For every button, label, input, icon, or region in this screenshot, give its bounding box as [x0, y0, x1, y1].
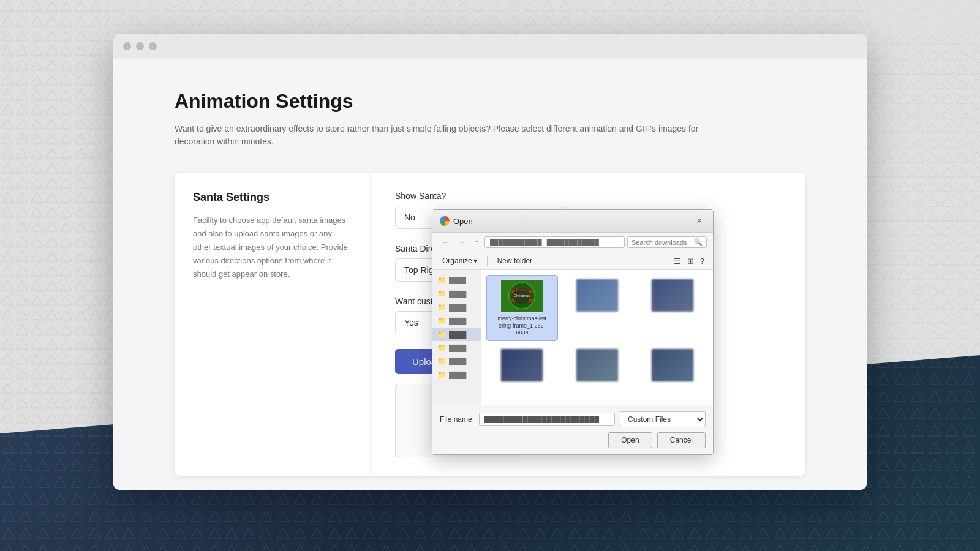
file-thumbnail-2: [651, 279, 694, 312]
dialog-sidebar: 📁 ████ 📁 ████ 📁 ████ 📁: [432, 270, 481, 405]
sidebar-folder-7[interactable]: 📁 ████: [432, 354, 481, 368]
dialog-secondary-toolbar: Organize ▾ New folder ☰ ⊞ ?: [432, 252, 713, 270]
folder-label-3: ████: [449, 304, 466, 311]
folder-icon-2: 📁: [437, 290, 447, 298]
top-triangles: [110, 0, 870, 34]
file-thumbnail-christmas: Merry Christmas: [500, 279, 543, 313]
dialog-path-bar[interactable]: ████████████ ████████████: [484, 236, 625, 248]
file-item-2[interactable]: [636, 275, 708, 341]
dialog-file-area: Merry Christmas merry-christmas-letterin…: [481, 270, 713, 405]
file-item-4[interactable]: [562, 345, 633, 388]
folder-icon-1: 📁: [437, 276, 447, 285]
section-description: Facility to choose app default santa ima…: [193, 214, 352, 281]
sidebar-folder-2[interactable]: 📁 ████: [432, 287, 481, 301]
file-item-5[interactable]: [636, 345, 708, 388]
dialog-nav-toolbar: ← → ↑ ████████████ ████████████ 🔍: [432, 233, 713, 252]
browser-titlebar: [113, 34, 867, 59]
search-input[interactable]: [631, 239, 692, 246]
folder-icon-4: 📁: [437, 317, 447, 325]
dialog-close-button[interactable]: ×: [693, 215, 706, 227]
folder-icon-3: 📁: [437, 303, 447, 312]
view-list-button[interactable]: ☰: [671, 255, 684, 267]
view-buttons: ☰ ⊞ ?: [671, 255, 707, 267]
chrome-icon: [440, 216, 450, 226]
new-folder-label: New folder: [497, 257, 532, 265]
folder-icon-8: 📁: [437, 370, 447, 379]
svg-point-17: [529, 299, 533, 302]
folder-label-4: ████: [449, 318, 466, 324]
dialog-titlebar: Open ×: [432, 210, 713, 233]
filename-label: File name:: [440, 415, 474, 424]
file-name-christmas: merry-christmas-lettering-frame_1 262-68…: [497, 315, 546, 337]
folder-label-6: ████: [449, 345, 466, 351]
sidebar-folder-6[interactable]: 📁 ████: [432, 341, 481, 354]
organize-label: Organize: [442, 257, 472, 265]
dialog-open-button[interactable]: Open: [608, 432, 652, 448]
sidebar-folder-5[interactable]: 📁 ████: [432, 328, 481, 341]
sidebar-folder-1[interactable]: 📁 ████: [432, 274, 481, 287]
dialog-body: 📁 ████ 📁 ████ 📁 ████ 📁: [432, 270, 713, 405]
organize-arrow: ▾: [473, 257, 477, 265]
svg-point-16: [511, 299, 515, 302]
file-thumbnail-5: [651, 348, 694, 382]
folder-label-1: ████: [449, 277, 466, 284]
dialog-cancel-button[interactable]: Cancel: [657, 432, 706, 448]
section-title: Santa Settings: [193, 191, 352, 204]
dialog-up-button[interactable]: ↑: [472, 236, 482, 248]
svg-text:Christmas: Christmas: [514, 294, 530, 298]
file-thumbnail-4: [576, 348, 619, 382]
folder-label-5: ████: [449, 331, 466, 338]
sidebar-folder-4[interactable]: 📁 ████: [432, 314, 481, 328]
sidebar-folder-3[interactable]: 📁 ████: [432, 301, 481, 314]
sidebar-folder-8[interactable]: 📁 ████: [432, 368, 481, 381]
dialog-back-button[interactable]: ←: [439, 236, 453, 248]
folder-label-7: ████: [449, 358, 466, 365]
organize-button[interactable]: Organize ▾: [439, 255, 481, 267]
svg-point-15: [529, 290, 533, 293]
folder-icon-5: 📁: [437, 330, 447, 339]
svg-point-14: [511, 290, 515, 293]
folder-label-8: ████: [449, 372, 466, 378]
traffic-light-maximize[interactable]: [149, 42, 157, 50]
folder-icon-6: 📁: [437, 343, 447, 352]
folder-label-2: ████: [449, 291, 466, 298]
file-thumbnail-3: [500, 348, 543, 382]
browser-window: Animation Settings Want to give an extra…: [113, 34, 867, 490]
svg-text:Merry: Merry: [516, 288, 528, 293]
dialog-forward-button[interactable]: →: [455, 236, 469, 248]
svg-rect-4: [110, 0, 870, 34]
new-folder-button[interactable]: New folder: [494, 255, 536, 267]
folder-icon-7: 📁: [437, 357, 447, 365]
show-santa-label: Show Santa?: [395, 191, 781, 201]
dialog-search-bar: 🔍: [627, 236, 707, 248]
filename-input[interactable]: [479, 413, 615, 426]
file-open-dialog: Open × ← → ↑ ████████████ ████████████ 🔍: [432, 209, 714, 455]
traffic-light-minimize[interactable]: [136, 42, 144, 50]
browser-content: Animation Settings Want to give an extra…: [113, 59, 867, 490]
dialog-title-text: Open: [453, 217, 473, 226]
toolbar-divider: [487, 256, 488, 266]
file-item-christmas[interactable]: Merry Christmas merry-christmas-letterin…: [486, 275, 558, 341]
page-title: Animation Settings: [175, 90, 805, 113]
file-thumbnail-1: [576, 279, 619, 312]
view-help-button[interactable]: ?: [698, 255, 707, 267]
path-text: ████████████ ████████████: [490, 239, 620, 246]
search-icon: 🔍: [694, 238, 703, 246]
filetype-select[interactable]: Custom Files All Files: [620, 411, 706, 427]
footer-buttons: Open Cancel: [440, 432, 706, 448]
footer-filename-row: File name: Custom Files All Files: [440, 411, 706, 427]
dialog-title: Open: [440, 216, 473, 226]
settings-left-panel: Santa Settings Facility to choose app de…: [175, 173, 371, 476]
settings-card: Santa Settings Facility to choose app de…: [175, 173, 805, 476]
page-subtitle: Want to give an extraordinary effects to…: [175, 122, 726, 148]
traffic-light-close[interactable]: [123, 42, 131, 50]
traffic-lights: [123, 42, 157, 50]
file-item-3[interactable]: [486, 345, 558, 388]
view-grid-button[interactable]: ⊞: [685, 255, 696, 267]
dialog-footer: File name: Custom Files All Files Open C…: [432, 405, 713, 454]
file-item-1[interactable]: [562, 275, 633, 341]
